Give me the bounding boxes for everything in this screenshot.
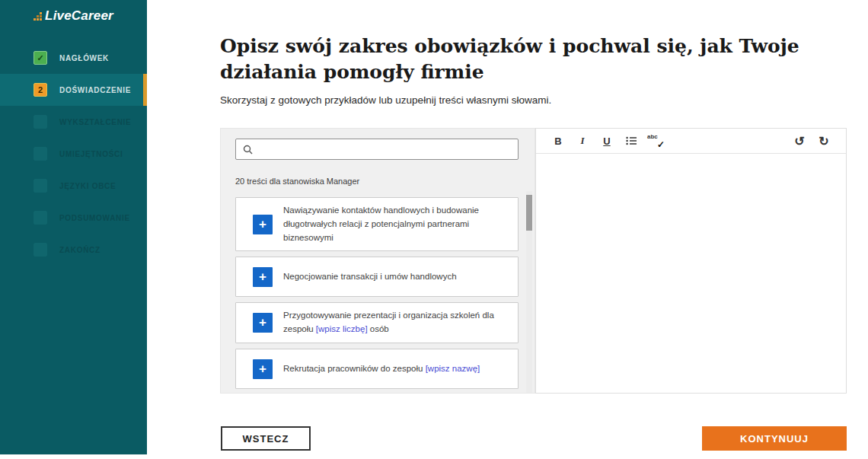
check-icon: ✓	[34, 51, 47, 65]
pending-step-icon	[34, 115, 47, 129]
suggestion-text: Negocjowanie transakcji i umów handlowyc…	[283, 270, 457, 284]
bold-button[interactable]: B	[548, 132, 568, 150]
sidebar-item-umiejetnosci: UMIEJĘTNOŚCI	[0, 138, 147, 170]
add-suggestion-button[interactable]: +	[253, 267, 273, 287]
sidebar-item-label: NAGŁÓWEK	[59, 54, 109, 62]
logo-dots-icon	[34, 12, 42, 21]
add-suggestion-button[interactable]: +	[253, 313, 273, 333]
logo-text: LiveCareer	[45, 8, 113, 24]
back-button[interactable]: WSTECZ	[221, 426, 311, 451]
pending-step-icon	[34, 211, 47, 225]
suggestion-item[interactable]: + Negocjowanie transakcji i umów handlow…	[235, 257, 519, 297]
step-number-badge: 2	[34, 83, 47, 97]
sidebar-item-wyksztalcenie: WYKSZTAŁCENIE	[0, 106, 147, 138]
undo-icon: ↺	[794, 134, 804, 148]
suggestion-item[interactable]: + Rekrutacja pracowników do zespołu [wpi…	[235, 349, 519, 389]
suggestion-list: + Nawiązywanie kontaktów handlowych i bu…	[235, 197, 519, 394]
spellcheck-icon: abc	[647, 133, 658, 140]
page-title: Opisz swój zakres obowiązków i pochwal s…	[220, 33, 856, 85]
sidebar: LiveCareer ✓ NAGŁÓWEK 2 DOŚWIADCZENIE WY…	[0, 0, 147, 454]
add-suggestion-button[interactable]: +	[253, 359, 273, 379]
sidebar-item-label: DOŚWIADCZENIE	[59, 86, 131, 94]
sidebar-item-zakoncz: ZAKOŃCZ	[0, 234, 147, 266]
search-input[interactable]	[258, 144, 511, 155]
suggestion-item[interactable]: + Nawiązywanie kontaktów handlowych i bu…	[235, 197, 519, 251]
bullet-list-icon	[626, 136, 637, 145]
active-step-indicator	[143, 74, 147, 106]
suggestions-scrollbar[interactable]	[526, 191, 532, 393]
pending-step-icon	[34, 243, 47, 257]
undo-button[interactable]: ↺	[790, 132, 809, 150]
editor-content[interactable]	[536, 154, 846, 393]
suggestion-text: Przygotowywanie prezentacji i organizacj…	[283, 309, 509, 336]
sidebar-item-podsumowanie: PODSUMOWANIE	[0, 202, 147, 234]
sidebar-item-label: ZAKOŃCZ	[59, 246, 101, 254]
scrollbar-thumb[interactable]	[526, 195, 532, 231]
sidebar-item-doswiadczenie[interactable]: 2 DOŚWIADCZENIE	[0, 74, 147, 106]
suggestions-count: 20 treści dla stanowiska Manager	[235, 177, 359, 186]
pending-step-icon	[34, 179, 47, 193]
sidebar-item-label: UMIEJĘTNOŚCI	[59, 150, 123, 158]
search-icon	[243, 145, 253, 155]
sidebar-item-label: WYKSZTAŁCENIE	[59, 118, 131, 126]
redo-icon: ↻	[819, 134, 828, 148]
sidebar-item-naglowek[interactable]: ✓ NAGŁÓWEK	[0, 42, 147, 74]
spellcheck-check-icon: ✓	[657, 139, 665, 150]
continue-button[interactable]: KONTYNUUJ	[702, 426, 847, 451]
sidebar-item-jezyki-obce: JĘZYKI OBCE	[0, 170, 147, 202]
suggestion-item[interactable]: + Przygotowywanie prezentacji i organiza…	[235, 302, 519, 343]
suggestions-panel: 20 treści dla stanowiska Manager + Nawią…	[220, 128, 535, 394]
spellcheck-button[interactable]: abc ✓	[646, 132, 665, 150]
livecareer-logo: LiveCareer	[0, 0, 147, 24]
underline-button[interactable]: U	[597, 132, 617, 150]
sidebar-item-label: PODSUMOWANIE	[59, 214, 130, 222]
placeholder-link[interactable]: [wpisz liczbę]	[316, 324, 368, 333]
placeholder-link[interactable]: [wpisz nazwę]	[426, 364, 480, 373]
page-subtitle: Skorzystaj z gotowych przykładów lub uzu…	[220, 94, 551, 106]
suggestion-search[interactable]	[235, 139, 519, 160]
editor-panel: B I U abc ✓ ↺ ↻	[535, 128, 847, 394]
redo-button[interactable]: ↻	[814, 132, 834, 150]
suggestion-text: Rekrutacja pracowników do zespołu [wpisz…	[283, 362, 480, 376]
step-nav: ✓ NAGŁÓWEK 2 DOŚWIADCZENIE WYKSZTAŁCENIE…	[0, 42, 147, 266]
italic-button[interactable]: I	[573, 132, 592, 150]
pending-step-icon	[34, 147, 47, 161]
add-suggestion-button[interactable]: +	[253, 215, 273, 234]
sidebar-item-label: JĘZYKI OBCE	[59, 182, 116, 190]
suggestion-text: Nawiązywanie kontaktów handlowych i budo…	[283, 204, 509, 244]
editor-toolbar: B I U abc ✓ ↺ ↻	[536, 129, 846, 154]
bullet-list-button[interactable]	[621, 132, 641, 150]
